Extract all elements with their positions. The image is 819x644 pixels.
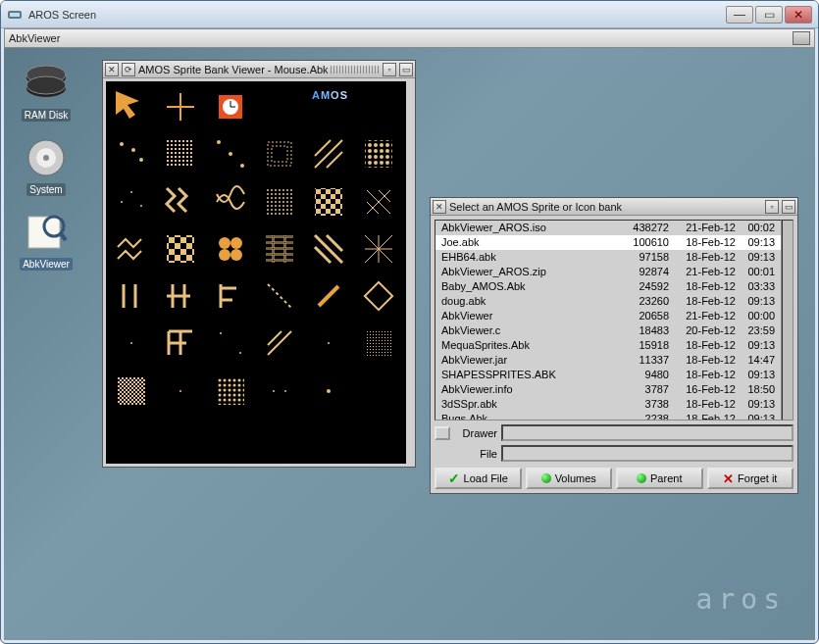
svg-point-19 — [120, 142, 124, 146]
svg-point-72 — [239, 352, 241, 354]
amos-logo: AMOS — [262, 89, 398, 124]
svg-line-11 — [60, 232, 66, 240]
desktop-icon-ramdisk[interactable]: RAM Disk — [12, 60, 80, 122]
abkviewer-icon — [23, 209, 70, 256]
file-row[interactable]: MequaSprites.Abk1591818-Feb-1209:13 — [435, 338, 781, 353]
sprite-pattern — [262, 136, 297, 172]
svg-point-5 — [26, 76, 66, 94]
drawer-input[interactable] — [501, 424, 793, 441]
svg-point-34 — [121, 201, 123, 203]
close-gadget[interactable]: ✕ — [433, 200, 446, 214]
load-file-button[interactable]: ✓Load File — [435, 468, 522, 489]
file-row[interactable]: AbkViewer_AROS.iso43827221-Feb-1200:02 — [435, 221, 781, 235]
sprite-pattern — [163, 184, 198, 220]
sprite-pattern — [361, 278, 396, 314]
depth-gadget[interactable]: ▭ — [782, 200, 795, 214]
sprite-pattern — [213, 325, 248, 361]
sprite-pattern — [163, 325, 198, 361]
sprite-pattern — [262, 231, 297, 267]
file-row[interactable]: AbkViewer2065821-Feb-1200:00 — [435, 309, 781, 323]
file-row[interactable]: SHAPESSPRITES.ABK948018-Feb-1209:13 — [435, 368, 781, 382]
svg-point-85 — [284, 390, 286, 392]
iconify-gadget[interactable]: ▫ — [765, 200, 779, 214]
svg-rect-32 — [365, 140, 392, 168]
sprite-window-titlebar[interactable]: ✕ ⟳ AMOS Sprite Bank Viewer - Mouse.Abk … — [103, 61, 415, 78]
sprite-pattern — [114, 231, 149, 267]
sprite-cursor — [114, 89, 149, 124]
os-window-title: AROS Screen — [28, 9, 726, 21]
svg-rect-42 — [167, 235, 194, 263]
file-row[interactable]: AbkViewer.c1848320-Feb-1223:59 — [435, 323, 781, 338]
system-icon — [23, 134, 70, 181]
dot-icon — [541, 473, 551, 483]
file-row[interactable]: AbkViewer.jar1133718-Feb-1214:47 — [435, 353, 781, 368]
sprite-window-title: AMOS Sprite Bank Viewer - Mouse.Abk — [138, 64, 328, 75]
sprite-pattern — [163, 136, 198, 172]
file-list[interactable]: AbkViewer_AROS.iso43827221-Feb-1200:02Jo… — [435, 220, 782, 421]
sprite-pattern — [311, 184, 346, 220]
sprite-pattern — [213, 184, 248, 220]
sprite-pattern — [114, 373, 149, 409]
sprite-pattern — [361, 231, 396, 267]
sprite-viewer-window[interactable]: ✕ ⟳ AMOS Sprite Bank Viewer - Mouse.Abk … — [102, 60, 416, 468]
svg-rect-22 — [167, 140, 194, 168]
sprite-pattern — [163, 278, 198, 314]
svg-line-51 — [315, 235, 342, 263]
parent-button[interactable]: Parent — [616, 468, 703, 489]
desktop-icon-system[interactable]: System — [12, 134, 80, 196]
svg-rect-49 — [266, 235, 293, 263]
svg-rect-82 — [217, 377, 244, 405]
maximize-button[interactable]: ▭ — [755, 6, 783, 24]
svg-point-71 — [220, 332, 222, 334]
sprite-pattern — [311, 325, 346, 361]
depth-gadget[interactable]: ▭ — [399, 63, 413, 76]
sprite-pattern — [114, 136, 149, 172]
sprite-clock — [213, 89, 248, 124]
drag-grip[interactable] — [331, 66, 380, 74]
file-input[interactable] — [501, 445, 793, 462]
svg-point-8 — [43, 155, 49, 161]
aros-menubar[interactable]: AbkViewer — [4, 28, 815, 48]
file-row[interactable]: Bugs.Abk223818-Feb-1209:13 — [435, 412, 781, 421]
svg-point-45 — [219, 237, 230, 249]
file-selector-window[interactable]: ✕ Select an AMOS Sprite or Icon bank ▫ ▭… — [430, 197, 798, 494]
minimize-button[interactable]: — — [726, 6, 753, 24]
screen-depth-gadget[interactable] — [793, 31, 810, 45]
desktop-icon-abkviewer[interactable]: AbkViewer — [12, 209, 80, 271]
svg-point-20 — [131, 148, 135, 152]
volumes-button[interactable]: Volumes — [526, 468, 613, 489]
sprite-pattern — [262, 373, 297, 409]
forget-button[interactable]: ✕Forget it — [707, 468, 794, 489]
scrollbar-vertical[interactable] — [782, 220, 793, 421]
desktop-icon-label: System — [26, 183, 65, 196]
sprite-crosshair — [163, 89, 198, 124]
sprite-pattern — [361, 136, 396, 172]
file-label: File — [454, 448, 497, 460]
file-row[interactable]: 3dSSpr.abk373818-Feb-1209:13 — [435, 397, 781, 412]
close-button[interactable]: ✕ — [785, 6, 812, 24]
sprite-pattern — [311, 136, 346, 172]
file-row[interactable]: Joe.abk10061018-Feb-1209:13 — [435, 235, 781, 250]
file-window-titlebar[interactable]: ✕ Select an AMOS Sprite or Icon bank ▫ ▭ — [431, 198, 797, 216]
file-row[interactable]: Baby_AMOS.Abk2459218-Feb-1203:33 — [435, 279, 781, 294]
file-row[interactable]: doug.abk2326018-Feb-1209:13 — [435, 294, 781, 309]
svg-rect-65 — [365, 282, 392, 310]
file-row[interactable]: AbkViewer.info378716-Feb-1218:50 — [435, 382, 781, 397]
sprite-pattern — [262, 278, 297, 314]
svg-point-81 — [179, 390, 181, 392]
file-row[interactable]: AbkViewer_AROS.zip9287421-Feb-1200:01 — [435, 265, 781, 279]
sprite-pattern — [114, 278, 149, 314]
close-gadget[interactable]: ✕ — [105, 63, 119, 76]
file-row[interactable]: EHB64.abk9715818-Feb-1209:13 — [435, 250, 781, 265]
os-titlebar[interactable]: AROS Screen — ▭ ✕ — [1, 1, 818, 28]
svg-point-48 — [230, 249, 242, 261]
os-window: AROS Screen — ▭ ✕ AbkViewer RAM Disk Sys… — [0, 0, 819, 644]
svg-line-29 — [315, 140, 342, 168]
aros-desktop[interactable]: AbkViewer RAM Disk System AbkViewer ✕ ⟳ … — [4, 28, 815, 640]
zoom-gadget[interactable]: ⟳ — [122, 63, 135, 76]
svg-rect-39 — [315, 188, 342, 216]
iconify-gadget[interactable]: ▫ — [383, 63, 396, 76]
svg-rect-76 — [365, 329, 392, 357]
drawer-checkbox[interactable] — [435, 426, 450, 440]
sprite-grid: AMOS — [106, 81, 406, 464]
